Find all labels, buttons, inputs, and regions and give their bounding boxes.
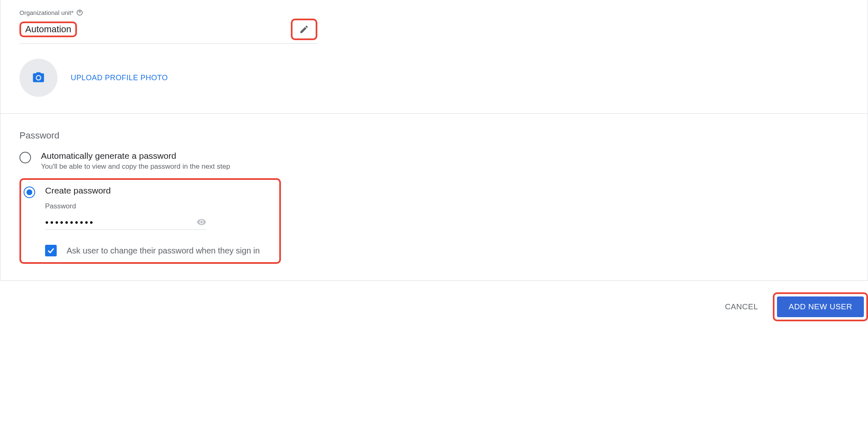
camera-icon <box>32 71 45 84</box>
avatar-placeholder[interactable] <box>19 59 58 97</box>
add-user-button[interactable]: ADD NEW USER <box>777 296 864 317</box>
add-user-button-highlight: ADD NEW USER <box>773 292 868 321</box>
password-field-section: Password ●●●●●●●●●● <box>45 202 275 230</box>
org-section: Organizational unit* Automation <box>0 0 868 97</box>
radio-create-password[interactable]: Create password <box>24 186 275 198</box>
ask-change-row: Ask user to change their password when t… <box>45 245 275 256</box>
svg-point-1 <box>79 14 80 14</box>
radio-auto-generate-input[interactable] <box>19 152 31 163</box>
edit-org-button-highlight <box>291 19 317 40</box>
eye-icon[interactable] <box>197 217 206 227</box>
radio-auto-generate[interactable]: Automatically generate a password You'll… <box>19 151 849 171</box>
pencil-icon[interactable] <box>299 24 309 34</box>
upload-photo-row: UPLOAD PROFILE PHOTO <box>19 59 849 97</box>
password-section-title: Password <box>19 130 849 141</box>
radio-auto-label: Automatically generate a password <box>41 151 230 161</box>
upload-photo-link[interactable]: UPLOAD PROFILE PHOTO <box>71 74 168 82</box>
org-unit-label: Organizational unit* <box>19 9 74 16</box>
password-section: Password Automatically generate a passwo… <box>0 114 868 280</box>
radio-create-password-input[interactable] <box>24 186 35 198</box>
cancel-button[interactable]: CANCEL <box>722 297 761 316</box>
password-input[interactable]: ●●●●●●●●●● <box>45 219 197 225</box>
password-field-label: Password <box>45 202 275 210</box>
radio-create-label: Create password <box>45 186 111 196</box>
radio-auto-text: Automatically generate a password You'll… <box>41 151 230 171</box>
create-password-highlight: Create password Password ●●●●●●●●●● <box>19 178 281 264</box>
check-icon <box>47 246 55 255</box>
ask-change-checkbox[interactable] <box>45 245 57 256</box>
org-unit-label-row: Organizational unit* <box>19 9 849 16</box>
org-unit-row: Automation <box>19 19 317 44</box>
help-icon[interactable] <box>76 9 83 16</box>
dialog-actions: CANCEL ADD NEW USER <box>0 281 868 326</box>
org-unit-value-highlight: Automation <box>19 22 77 37</box>
password-input-row: ●●●●●●●●●● <box>45 213 206 230</box>
radio-auto-sublabel: You'll be able to view and copy the pass… <box>41 163 230 171</box>
ask-change-label: Ask user to change their password when t… <box>67 246 260 256</box>
radio-create-text: Create password <box>45 186 111 196</box>
org-unit-value: Automation <box>25 24 71 34</box>
add-user-form-card: Organizational unit* Automation <box>0 0 868 281</box>
